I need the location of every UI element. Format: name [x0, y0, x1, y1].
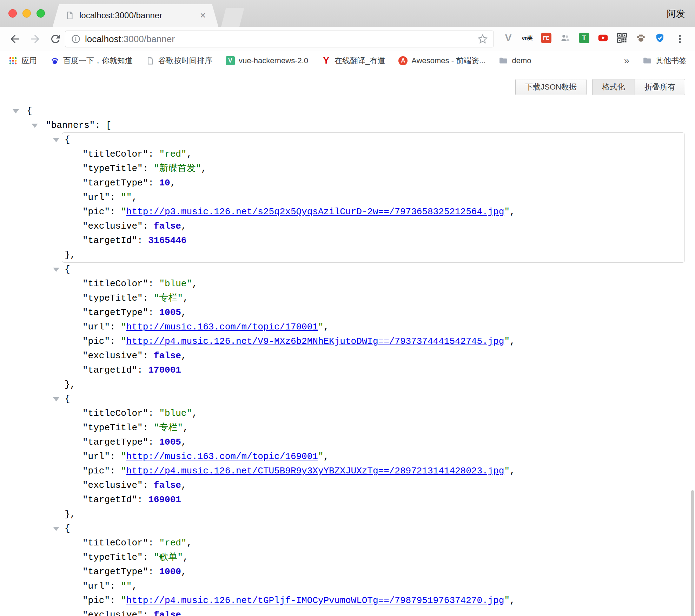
- bookmark-youdao[interactable]: Y 在线翻译_有道: [322, 55, 385, 66]
- collapse-toggle-icon[interactable]: [53, 138, 59, 142]
- bookmark-label: 百度一下，你就知道: [63, 55, 133, 66]
- download-json-button[interactable]: 下载JSON数据: [515, 79, 587, 95]
- qr-code-icon[interactable]: [616, 32, 628, 44]
- json-line: "pic": "http://p4.music.126.net/V9-MXz6b…: [62, 334, 684, 349]
- bookmarks-overflow-icon[interactable]: »: [624, 55, 629, 66]
- json-value: ": [121, 466, 126, 476]
- collapse-toggle-icon[interactable]: [32, 124, 38, 128]
- json-line: "exclusive": false,: [62, 608, 684, 616]
- json-line: "exclusive": false,: [62, 349, 684, 363]
- tab-close-icon[interactable]: ×: [200, 11, 206, 20]
- url-host: localhost: [85, 34, 121, 44]
- url-path: :3000/banner: [121, 34, 175, 44]
- awesomes-logo-icon: A: [398, 56, 408, 65]
- json-value: 1000: [159, 566, 181, 577]
- json-line: "targetId": 170001: [62, 363, 684, 378]
- bookmarks-bar: 应用 百度一下，你就知道 谷歌按时间排序 V vue-hackernews-2.…: [0, 51, 695, 70]
- json-value: ": [121, 595, 126, 606]
- json-line: "url": "",: [62, 579, 684, 594]
- json-value: "": [121, 581, 132, 591]
- collapse-toggle-icon[interactable]: [53, 527, 59, 531]
- youdao-logo-icon: Y: [322, 55, 331, 66]
- bookmark-label: vue-hackernews-2.0: [239, 56, 308, 65]
- collapse-toggle-icon[interactable]: [53, 397, 59, 401]
- translator-icon[interactable]: en英: [522, 32, 533, 44]
- bookmark-vue-hackernews[interactable]: V vue-hackernews-2.0: [226, 56, 308, 65]
- json-line: },: [62, 378, 684, 392]
- json-link[interactable]: http://p3.music.126.net/s25q2x5QyqsAzilC…: [126, 207, 504, 217]
- json-value: ": [318, 451, 324, 462]
- reload-icon[interactable]: [49, 33, 62, 45]
- bookmark-label: 应用: [21, 55, 37, 66]
- json-link[interactable]: http://music.163.com/m/topic/169001: [126, 451, 318, 462]
- collapse-toggle-icon[interactable]: [53, 268, 59, 272]
- bookmark-star-icon[interactable]: [477, 34, 488, 44]
- bookmark-apps[interactable]: 应用: [8, 55, 37, 66]
- close-window-button[interactable]: [8, 9, 17, 18]
- json-line: "banners": [: [0, 118, 695, 133]
- json-line: "titleColor": "blue",: [62, 406, 684, 421]
- profile-name: 阿发: [667, 8, 685, 20]
- bookmark-folder-demo[interactable]: demo: [499, 56, 531, 65]
- json-value: "专栏": [154, 293, 183, 303]
- new-tab-button[interactable]: [221, 8, 244, 27]
- json-link[interactable]: http://p4.music.126.net/tGPljf-IMOCyPvum…: [126, 595, 504, 606]
- org-chart-icon[interactable]: [560, 32, 571, 44]
- json-value: ": [504, 466, 510, 476]
- tab-strip: localhost:3000/banner × 阿发: [0, 0, 695, 27]
- bookmark-awesomes[interactable]: A Awesomes - 前端资...: [398, 55, 485, 66]
- bookmark-baidu[interactable]: 百度一下，你就知道: [50, 55, 133, 66]
- vue-devtools-icon[interactable]: V: [503, 32, 514, 44]
- forward-icon[interactable]: [29, 33, 41, 45]
- paw-icon[interactable]: [635, 32, 647, 44]
- json-line: "targetType": 10,: [62, 176, 684, 190]
- json-value: "歌单": [154, 552, 183, 563]
- other-bookmarks-folder[interactable]: 其他书签: [643, 55, 687, 66]
- json-line: "targetId": 169001: [62, 493, 684, 507]
- folder-icon: [499, 56, 508, 65]
- json-link[interactable]: http://music.163.com/m/topic/170001: [126, 322, 318, 332]
- scrollbar-thumb[interactable]: [691, 490, 694, 616]
- url-bar[interactable]: localhost:3000/banner: [65, 31, 494, 47]
- json-line: "pic": "http://p4.music.126.net/tGPljf-I…: [62, 594, 684, 608]
- json-line: {: [62, 133, 684, 147]
- collapse-toggle-icon[interactable]: [13, 109, 19, 113]
- json-line: "url": "",: [62, 190, 684, 205]
- collapse-all-button[interactable]: 折叠所有: [635, 79, 685, 95]
- json-line: "targetType": 1005,: [62, 306, 684, 320]
- json-value: "blue": [159, 278, 192, 289]
- extensions-toolbar: V en英 FE T: [503, 32, 666, 44]
- minimize-window-button[interactable]: [22, 9, 31, 18]
- fehelper-icon[interactable]: FE: [541, 32, 552, 44]
- chrome-menu-icon[interactable]: [675, 34, 685, 46]
- bookmark-google-sort[interactable]: 谷歌按时间排序: [146, 55, 212, 66]
- browser-tab[interactable]: localhost:3000/banner ×: [53, 4, 218, 27]
- json-value: ": [504, 336, 510, 347]
- document-icon: [146, 57, 154, 65]
- page-info-icon[interactable]: [71, 34, 81, 44]
- json-line: "exclusive": false,: [62, 478, 684, 493]
- window-controls: [8, 9, 45, 18]
- json-value: "blue": [159, 408, 192, 419]
- json-value: 169001: [148, 494, 181, 505]
- youtube-icon[interactable]: [597, 32, 609, 44]
- format-button-group: 格式化 折叠所有: [592, 79, 685, 95]
- zoom-window-button[interactable]: [37, 9, 45, 18]
- back-icon[interactable]: [8, 33, 21, 45]
- json-line: "url": "http://music.163.com/m/topic/169…: [62, 450, 684, 464]
- json-value: ": [318, 322, 324, 332]
- bookmark-label: 谷歌按时间排序: [158, 55, 212, 66]
- tab-title: localhost:3000/banner: [79, 11, 200, 20]
- json-line: {: [62, 392, 684, 406]
- tampermonkey-icon[interactable]: T: [578, 32, 590, 44]
- json-value: 170001: [148, 365, 181, 375]
- json-line: {: [62, 262, 684, 277]
- json-link[interactable]: http://p4.music.126.net/CTU5B9R9y3XyYBZX…: [126, 466, 504, 476]
- json-object: {"titleColor": "blue","typeTitle": "专栏",…: [62, 392, 684, 522]
- security-shield-icon[interactable]: [654, 32, 666, 44]
- json-link[interactable]: http://p4.music.126.net/V9-MXz6b2MNhEKju…: [126, 336, 504, 347]
- bookmark-label: 在线翻译_有道: [335, 55, 385, 66]
- format-button[interactable]: 格式化: [592, 79, 635, 95]
- json-line: "url": "http://music.163.com/m/topic/170…: [62, 320, 684, 334]
- json-line: "pic": "http://p3.music.126.net/s25q2x5Q…: [62, 205, 684, 219]
